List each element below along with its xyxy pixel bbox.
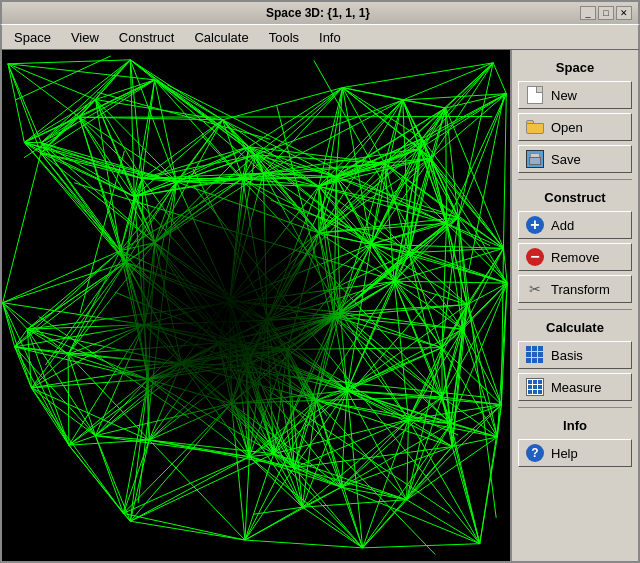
window-title: Space 3D: {1, 1, 1} bbox=[56, 6, 580, 20]
open-button[interactable]: Open bbox=[518, 113, 632, 141]
save-label: Save bbox=[551, 152, 581, 167]
help-icon: ? bbox=[525, 443, 545, 463]
space-section-label: Space bbox=[518, 60, 632, 75]
transform-icon: ✂ bbox=[525, 279, 545, 299]
save-button[interactable]: Save bbox=[518, 145, 632, 173]
help-label: Help bbox=[551, 446, 578, 461]
menu-construct[interactable]: Construct bbox=[111, 28, 183, 47]
maximize-button[interactable]: □ bbox=[598, 6, 614, 20]
minimize-button[interactable]: _ bbox=[580, 6, 596, 20]
add-label: Add bbox=[551, 218, 574, 233]
new-icon bbox=[525, 85, 545, 105]
menu-space[interactable]: Space bbox=[6, 28, 59, 47]
transform-button[interactable]: ✂ Transform bbox=[518, 275, 632, 303]
new-button[interactable]: New bbox=[518, 81, 632, 109]
calculate-section-label: Calculate bbox=[518, 320, 632, 335]
new-label: New bbox=[551, 88, 577, 103]
remove-button[interactable]: − Remove bbox=[518, 243, 632, 271]
close-button[interactable]: ✕ bbox=[616, 6, 632, 20]
window-controls: _ □ ✕ bbox=[580, 6, 632, 20]
divider-3 bbox=[518, 407, 632, 408]
title-bar: Space 3D: {1, 1, 1} _ □ ✕ bbox=[0, 0, 640, 24]
menu-calculate[interactable]: Calculate bbox=[186, 28, 256, 47]
help-button[interactable]: ? Help bbox=[518, 439, 632, 467]
info-section-label: Info bbox=[518, 418, 632, 433]
save-icon bbox=[525, 149, 545, 169]
measure-button[interactable]: Measure bbox=[518, 373, 632, 401]
divider-2 bbox=[518, 309, 632, 310]
canvas-area[interactable] bbox=[2, 50, 510, 561]
construct-section-label: Construct bbox=[518, 190, 632, 205]
basis-icon bbox=[525, 345, 545, 365]
basis-label: Basis bbox=[551, 348, 583, 363]
sidebar: Space New Open Save Construct bbox=[510, 50, 638, 561]
measure-icon bbox=[525, 377, 545, 397]
basis-button[interactable]: Basis bbox=[518, 341, 632, 369]
add-icon: + bbox=[525, 215, 545, 235]
divider-1 bbox=[518, 179, 632, 180]
menu-bar: Space View Construct Calculate Tools Inf… bbox=[0, 24, 640, 50]
menu-view[interactable]: View bbox=[63, 28, 107, 47]
transform-label: Transform bbox=[551, 282, 610, 297]
remove-icon: − bbox=[525, 247, 545, 267]
remove-label: Remove bbox=[551, 250, 599, 265]
scene-canvas bbox=[2, 50, 510, 561]
open-icon bbox=[525, 117, 545, 137]
measure-label: Measure bbox=[551, 380, 602, 395]
menu-info[interactable]: Info bbox=[311, 28, 349, 47]
menu-tools[interactable]: Tools bbox=[261, 28, 307, 47]
add-button[interactable]: + Add bbox=[518, 211, 632, 239]
open-label: Open bbox=[551, 120, 583, 135]
main-content: Space New Open Save Construct bbox=[0, 50, 640, 563]
